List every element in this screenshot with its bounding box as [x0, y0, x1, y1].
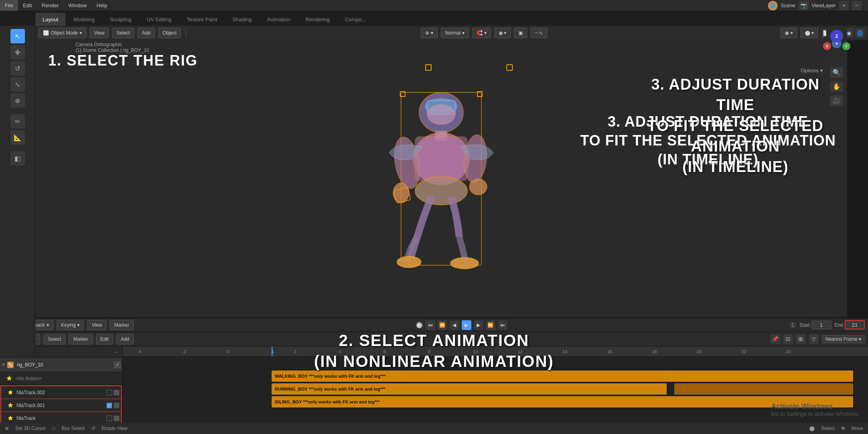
object-mode-dropdown[interactable]: ⬜ Object Mode ▾: [39, 28, 86, 38]
nla-add-menu[interactable]: Add: [116, 334, 133, 344]
end-frame-control: End: [835, 320, 865, 330]
ruler-num-20: 20: [696, 349, 701, 354]
tab-shading[interactable]: Shading: [225, 13, 259, 26]
windows-watermark: Activate Windows Go to Settings to activ…: [771, 402, 860, 417]
tab-uv-editing[interactable]: UV Editing: [139, 13, 178, 26]
viewlayer-name: ViewLayer: [812, 2, 836, 8]
step-back-btn[interactable]: ◀: [450, 320, 459, 330]
step-forward-btn[interactable]: ▶: [474, 320, 483, 330]
ruler-num-14: 14: [562, 349, 567, 354]
nla-pin-icon[interactable]: 📌: [770, 334, 780, 344]
tab-sculpting[interactable]: Sculpting: [103, 13, 139, 26]
rig-type-icon: 🦴: [7, 362, 14, 368]
scene-name: Scene: [781, 2, 796, 8]
camera-icon-top[interactable]: 📷: [799, 1, 809, 10]
nla-funnel-icon[interactable]: ▽: [809, 334, 819, 344]
track-base-mute-btn[interactable]: [114, 416, 119, 421]
tool-rotate[interactable]: ↺: [10, 61, 25, 76]
viewlayer-remove-icon[interactable]: −: [852, 1, 862, 10]
shading-mode-btn[interactable]: Normal ▾: [441, 28, 469, 38]
ruler-num-24: 24: [786, 349, 791, 354]
tab-rendering[interactable]: Rendering: [298, 13, 337, 26]
jump-start-btn[interactable]: ⏮: [426, 320, 435, 330]
timeline-keying-menu[interactable]: Keying ▾: [57, 320, 84, 330]
box-select-label: Box Select: [61, 426, 84, 431]
status-bar: ⊕ Set 3D Cursor □ Box Select ↺ Rotate Vi…: [0, 423, 868, 434]
jump-end-btn[interactable]: ⏭: [498, 320, 508, 330]
tool-add-cube[interactable]: ◧: [10, 151, 25, 166]
menu-window[interactable]: Window: [63, 0, 92, 11]
nla-tracks-red-highlight: ⭐ NlaTrack.002 ⭐ NlaTrack.001 ✓: [0, 385, 122, 426]
nla-row-running[interactable]: RUNNING_BOY ***only works with FK arm an…: [123, 383, 868, 395]
options-button[interactable]: Options ▾: [798, 66, 826, 75]
rig-visibility-checkbox[interactable]: ✓: [114, 362, 121, 368]
menu-file[interactable]: File: [0, 0, 18, 11]
running-strip-dark[interactable]: [674, 383, 853, 395]
nla-sync-icon[interactable]: ⊡: [783, 334, 793, 344]
instruction-step2: 2. SELECT ANIMATION(IN NONLINEAR ANIMATI…: [314, 330, 554, 372]
play-btn[interactable]: ▶: [462, 320, 471, 330]
scene-icon[interactable]: 🌐: [768, 1, 778, 10]
prev-key-btn[interactable]: ⏪: [438, 320, 447, 330]
current-frame-indicator: [272, 346, 272, 356]
tool-move[interactable]: ✥: [10, 45, 25, 59]
viewport-shading-material[interactable]: ⬤ ▾: [800, 28, 818, 38]
object-mode-icon: ⬜: [43, 30, 49, 36]
shading-buttons[interactable]: ~ ∿: [530, 28, 547, 38]
tab-texture-paint[interactable]: Texture Paint: [180, 13, 225, 26]
track-001-mute-checkbox[interactable]: ✓: [106, 403, 112, 408]
rig-collapse-arrow[interactable]: ▼: [2, 362, 6, 367]
menu-render[interactable]: Render: [37, 0, 63, 11]
nla-select-menu[interactable]: Select: [43, 334, 66, 344]
timeline-view-menu[interactable]: View: [87, 320, 106, 330]
tab-modeling[interactable]: Modeling: [66, 13, 102, 26]
shade-eevee-btn[interactable]: 🌀: [855, 28, 865, 38]
tab-layout[interactable]: Layout: [35, 13, 66, 26]
track-002-mute-checkbox[interactable]: [106, 390, 112, 395]
overlay-btn[interactable]: ◉ ▾: [494, 28, 511, 38]
track-002-mute-btn[interactable]: [114, 390, 119, 395]
select-menu[interactable]: Select: [112, 28, 134, 38]
idling-strip[interactable]: IDLING_BOY ***only works with FK arm and…: [272, 396, 853, 407]
gizmo-y-axis[interactable]: Y: [840, 40, 853, 53]
gizmo-z-axis[interactable]: Z: [830, 30, 843, 43]
keyframe-dot-btn[interactable]: ⬤: [416, 321, 423, 329]
start-frame-input[interactable]: [811, 321, 831, 329]
playback-dropdown-icon: ▾: [47, 322, 49, 328]
nla-marker-menu[interactable]: Marker: [69, 334, 92, 344]
tab-compositing[interactable]: Compo...: [338, 13, 373, 26]
viewlayer-add-icon[interactable]: +: [839, 1, 849, 10]
next-key-btn[interactable]: ⏩: [486, 320, 495, 330]
tool-cursor[interactable]: ↖: [10, 29, 25, 43]
add-menu[interactable]: Add: [137, 28, 155, 38]
gizmo-x-axis[interactable]: X: [821, 40, 833, 53]
top-menu-bar: File Edit Render Window Help 🌐 Scene 📷 V…: [0, 0, 868, 11]
track-base-star-icon: ⭐: [8, 416, 13, 421]
menu-help[interactable]: Help: [92, 0, 112, 11]
nearest-frame-dropdown[interactable]: Nearest Frame ▾: [822, 335, 865, 343]
tool-transform[interactable]: ⊕: [10, 93, 25, 108]
tool-scale[interactable]: ⤡: [10, 77, 25, 92]
pivot-point-btn[interactable]: ⊕ ▾: [421, 28, 437, 38]
track-001-mute-btn[interactable]: [114, 403, 119, 408]
menu-edit[interactable]: Edit: [18, 0, 37, 11]
tool-measure[interactable]: 📐: [10, 130, 25, 145]
snap-btn[interactable]: 🧲 ▾: [472, 28, 491, 38]
instruction-step3-overlay: 3. ADJUST DURATION TIMETO FIT THE SELECT…: [635, 74, 836, 177]
track-base-mute-checkbox[interactable]: [106, 416, 112, 421]
viewport-shading-solid[interactable]: ◉ ▾: [780, 28, 797, 38]
object-menu[interactable]: Object: [158, 28, 181, 38]
nla-edit-menu[interactable]: Edit: [96, 334, 113, 344]
timeline-marker-menu[interactable]: Marker: [110, 320, 133, 330]
svg-point-11: [469, 179, 487, 195]
xray-btn[interactable]: ▣: [514, 28, 527, 38]
ruler-num-22: 22: [741, 349, 746, 354]
tool-annotate[interactable]: ✏: [10, 114, 25, 129]
running-strip[interactable]: RUNNING_BOY ***only works with FK arm an…: [272, 383, 667, 395]
end-frame-input[interactable]: [845, 320, 865, 330]
nla-filter-icon[interactable]: ⊞: [796, 334, 806, 344]
tab-animation[interactable]: Animation: [260, 13, 297, 26]
walking-strip[interactable]: WALKING_BOY ***only works with FK arm an…: [272, 371, 853, 382]
view-menu[interactable]: View: [90, 28, 109, 38]
nla-row-idling[interactable]: IDLING_BOY ***only works with FK arm and…: [123, 395, 868, 408]
